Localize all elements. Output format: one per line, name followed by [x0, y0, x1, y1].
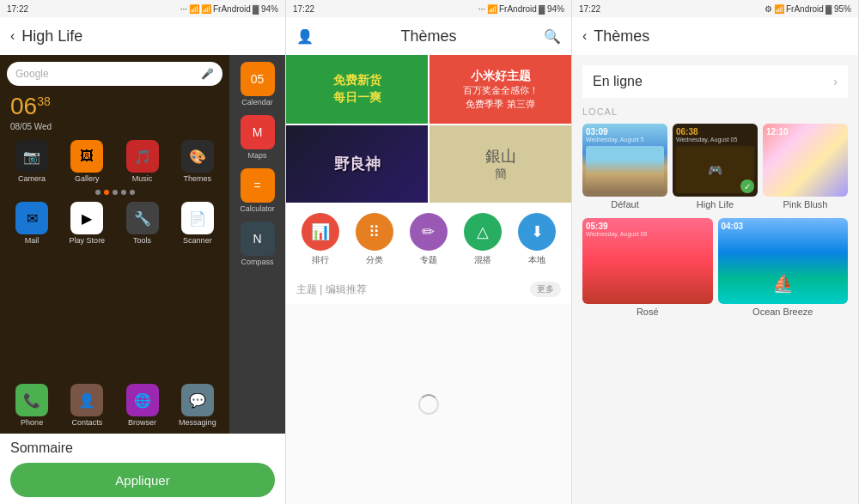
music-icon: 🎵: [126, 140, 159, 173]
camera-icon: 📷: [15, 140, 48, 173]
signal-icon-1: 📶: [201, 4, 211, 14]
theme-pink-thumb: 12:10: [763, 124, 848, 197]
nav-bar-1: ‹ High Life: [0, 17, 285, 55]
app-messaging[interactable]: 💬 Messaging: [173, 384, 222, 427]
battery-2: ▓ 94%: [539, 4, 564, 14]
theme-defaut-thumb: 03:09 Wednesday, August 5: [582, 124, 667, 197]
app-phone[interactable]: 📞 Phone: [7, 384, 57, 427]
sidebar-calculator[interactable]: = Calculator: [240, 168, 275, 213]
back-button-3[interactable]: ‹: [582, 28, 587, 44]
mic-icon[interactable]: 🎤: [201, 68, 214, 80]
sommaire-title: Sommaire: [10, 440, 275, 456]
theme-highlife[interactable]: 06:38 Wednesday, August 05 🎮 ✓ High Life: [673, 124, 758, 209]
mix-icon: △: [464, 213, 502, 251]
icon-rank[interactable]: 📊 排行: [302, 213, 339, 266]
app-music[interactable]: 🎵 Music: [118, 140, 168, 183]
themes-content: En ligne › LOCAL 03:09 Wednesday, August…: [572, 55, 858, 504]
dot-2: [104, 190, 109, 195]
app-browser[interactable]: 🌐 Browser: [118, 384, 168, 427]
time-1: 17:22: [7, 4, 28, 14]
rose-time: 05:39: [586, 222, 710, 231]
icon-local[interactable]: ⬇ 本地: [518, 213, 556, 266]
search-icon-2[interactable]: 🔍: [544, 28, 561, 45]
more-button[interactable]: 更多: [530, 282, 561, 297]
apply-button[interactable]: Appliquer: [10, 463, 275, 497]
defaut-time: 03:09: [586, 127, 664, 137]
signal-dots-2: ···: [478, 4, 485, 14]
panel1-bottom: Sommaire Appliquer: [0, 434, 285, 504]
carrier-1: FrAndroid: [213, 4, 251, 14]
rose-date: Wednesday, August 06: [586, 231, 710, 237]
time-3: 17:22: [579, 4, 600, 14]
recommend-label: 主题 | 编辑推荐: [296, 282, 367, 297]
banner-4[interactable]: 銀山 簡: [430, 125, 571, 203]
theme-ocean-thumb: 04:03 ⛵: [718, 218, 849, 304]
online-section[interactable]: En ligne ›: [582, 65, 848, 98]
signal-dots-1: ···: [180, 4, 187, 14]
app-themes-label: Themes: [184, 174, 212, 183]
banner-3[interactable]: 野良神: [286, 125, 428, 203]
online-chevron: ›: [833, 75, 838, 88]
back-button-1[interactable]: ‹: [10, 28, 15, 44]
local-icon: ⬇: [518, 213, 556, 251]
app-themes[interactable]: 🎨 Themes: [173, 140, 222, 183]
banner-2[interactable]: 小米好主题 百万奖金全感你！ 免费季季 第三弹: [430, 55, 571, 124]
messaging-icon: 💬: [181, 384, 214, 416]
app-gallery[interactable]: 🖼 Gallery: [62, 140, 112, 183]
carrier-3: FrAndroid: [786, 4, 824, 14]
page-title-3: Thèmes: [594, 27, 649, 46]
panel-1: 17:22 ··· 📶 📶 FrAndroid ▓ 94% ‹ High Lif…: [0, 0, 286, 504]
sidebar-compass[interactable]: N Compass: [241, 222, 275, 266]
search-bar[interactable]: Google 🎤: [7, 62, 222, 86]
app-grid-row1: 📷 Camera 🖼 Gallery 🎵 Music 🎨 Themes: [7, 140, 222, 183]
wifi-icon-1: 📶: [189, 4, 199, 14]
sidebar-maps[interactable]: M Maps: [241, 115, 275, 160]
theme-rose-name: Rosé: [582, 307, 713, 317]
app-tools[interactable]: 🔧 Tools: [118, 202, 168, 245]
themes-icon: 🎨: [181, 140, 214, 173]
app-grid-row2: ✉ Mail ▶ Play Store 🔧 Tools 📄 Scanner: [7, 202, 222, 245]
status-bar-2: 17:22 ··· 📶 FrAndroid ▓ 94%: [286, 0, 571, 17]
themes-grid-row1: 03:09 Wednesday, August 5 Défaut 06:38 W…: [582, 124, 848, 209]
status-bar-3: 17:22 ⚙ 📶 FrAndroid ▓ 95%: [572, 0, 858, 17]
sidebar-compass-label: Compass: [241, 258, 273, 266]
app-contacts[interactable]: 👤 Contacts: [62, 384, 112, 427]
highlife-date: Wednesday, August 05: [676, 137, 754, 143]
online-title: En ligne: [593, 74, 643, 89]
app-contacts-label: Contacts: [72, 418, 103, 427]
theme-pink[interactable]: 12:10 Pink Blush: [763, 124, 848, 209]
status-icons-1: ··· 📶 📶 FrAndroid ▓ 94%: [180, 4, 278, 14]
banner-text-3: 野良神: [334, 154, 381, 174]
theme-highlife-thumb: 06:38 Wednesday, August 05 🎮 ✓: [673, 124, 758, 197]
compass-icon: N: [241, 222, 275, 256]
clock-min: 38: [37, 94, 51, 108]
app-scanner[interactable]: 📄 Scanner: [173, 202, 222, 245]
maps-icon: M: [241, 115, 275, 149]
scanner-icon: 📄: [181, 202, 214, 234]
banner-grid: 免费新货 每日一爽 小米好主题 百万奖金全感你！ 免费季季 第三弹 野良神 銀山…: [286, 55, 571, 203]
icon-category[interactable]: ⠿ 分类: [356, 213, 393, 266]
category-label: 分类: [366, 254, 383, 266]
user-icon[interactable]: 👤: [296, 28, 314, 45]
app-mail[interactable]: ✉ Mail: [7, 202, 57, 245]
icon-special[interactable]: ✏ 专题: [410, 213, 448, 266]
app-playstore[interactable]: ▶ Play Store: [62, 202, 112, 245]
app-phone-label: Phone: [21, 418, 43, 427]
banner-1[interactable]: 免费新货 每日一爽: [286, 55, 428, 124]
home-screen: Google 🎤 0638 08/05 Wed 📷 Camera 🖼 Galle…: [0, 55, 229, 434]
icon-mix[interactable]: △ 混搭: [464, 213, 502, 266]
sidebar-calendar[interactable]: 05 Calendar: [241, 62, 275, 106]
nav-bar-2: 👤 Thèmes 🔍: [286, 17, 571, 55]
theme-rose[interactable]: 05:39 Wednesday, August 06 Rosé: [582, 218, 713, 317]
battery-1: ▓ 94%: [253, 4, 278, 14]
theme-ocean[interactable]: 04:03 ⛵ Ocean Breeze: [718, 218, 849, 317]
theme-defaut-name: Défaut: [582, 199, 667, 209]
app-grid-dock: 📞 Phone 👤 Contacts 🌐 Browser 💬 Messaging: [7, 377, 222, 427]
page-title-1: High Life: [21, 27, 82, 46]
browser-icon: 🌐: [126, 384, 159, 416]
theme-defaut[interactable]: 03:09 Wednesday, August 5 Défaut: [582, 124, 667, 209]
app-camera[interactable]: 📷 Camera: [7, 140, 57, 183]
theme-ocean-name: Ocean Breeze: [718, 307, 849, 317]
wifi-icon-2: 📶: [487, 4, 497, 14]
highlife-time: 06:38: [676, 127, 754, 137]
